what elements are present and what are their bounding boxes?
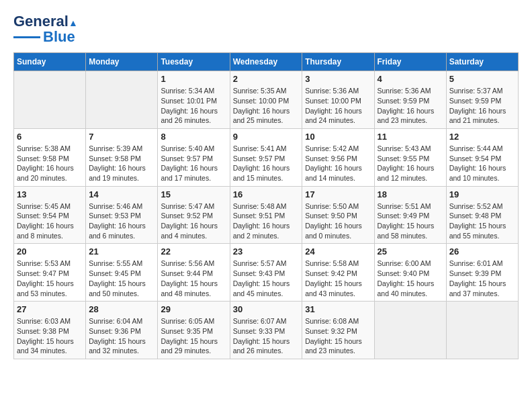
day-number: 26 xyxy=(449,246,515,257)
day-number: 21 xyxy=(89,246,154,257)
header-day-monday: Monday xyxy=(86,53,158,71)
day-cell: 5Sunrise: 5:37 AM Sunset: 9:59 PM Daylig… xyxy=(446,71,518,129)
header-day-sunday: Sunday xyxy=(14,53,86,71)
day-cell: 7Sunrise: 5:39 AM Sunset: 9:58 PM Daylig… xyxy=(86,128,158,186)
day-number: 3 xyxy=(305,74,371,84)
header-day-thursday: Thursday xyxy=(302,53,374,71)
day-number: 4 xyxy=(378,74,443,84)
day-number: 13 xyxy=(17,189,83,199)
logo-blue: Blue xyxy=(43,28,75,46)
day-cell: 17Sunrise: 5:50 AM Sunset: 9:50 PM Dayli… xyxy=(302,186,374,244)
day-number: 23 xyxy=(233,246,300,257)
day-info: Sunrise: 5:50 AM Sunset: 9:50 PM Dayligh… xyxy=(305,201,371,241)
day-number: 5 xyxy=(449,74,515,84)
day-info: Sunrise: 5:37 AM Sunset: 9:59 PM Dayligh… xyxy=(449,86,515,126)
day-number: 14 xyxy=(89,189,154,199)
day-number: 12 xyxy=(449,132,515,142)
day-number: 22 xyxy=(161,246,226,257)
day-cell: 13Sunrise: 5:45 AM Sunset: 9:54 PM Dayli… xyxy=(14,186,86,244)
day-info: Sunrise: 6:07 AM Sunset: 9:33 PM Dayligh… xyxy=(233,316,300,356)
day-cell: 6Sunrise: 5:38 AM Sunset: 9:58 PM Daylig… xyxy=(14,128,86,186)
day-number: 1 xyxy=(161,74,226,84)
day-info: Sunrise: 5:46 AM Sunset: 9:53 PM Dayligh… xyxy=(89,201,154,241)
day-info: Sunrise: 5:58 AM Sunset: 9:42 PM Dayligh… xyxy=(305,259,371,298)
day-cell: 26Sunrise: 6:01 AM Sunset: 9:39 PM Dayli… xyxy=(446,244,518,302)
day-info: Sunrise: 5:55 AM Sunset: 9:45 PM Dayligh… xyxy=(89,259,154,298)
day-number: 27 xyxy=(17,304,83,314)
day-number: 2 xyxy=(233,74,300,84)
day-info: Sunrise: 5:36 AM Sunset: 10:00 PM Daylig… xyxy=(305,86,371,126)
day-number: 20 xyxy=(17,246,83,257)
day-cell: 23Sunrise: 5:57 AM Sunset: 9:43 PM Dayli… xyxy=(230,244,302,302)
day-cell: 24Sunrise: 5:58 AM Sunset: 9:42 PM Dayli… xyxy=(302,244,374,302)
day-info: Sunrise: 5:43 AM Sunset: 9:55 PM Dayligh… xyxy=(378,144,443,183)
day-cell: 18Sunrise: 5:51 AM Sunset: 9:49 PM Dayli… xyxy=(374,186,446,244)
day-info: Sunrise: 6:05 AM Sunset: 9:35 PM Dayligh… xyxy=(161,316,226,356)
logo-text: General▲ xyxy=(13,13,78,30)
day-info: Sunrise: 5:40 AM Sunset: 9:57 PM Dayligh… xyxy=(161,144,226,183)
day-cell xyxy=(14,71,86,129)
week-row-4: 20Sunrise: 5:53 AM Sunset: 9:47 PM Dayli… xyxy=(14,244,519,302)
day-number: 6 xyxy=(17,132,83,142)
day-cell: 27Sunrise: 6:03 AM Sunset: 9:38 PM Dayli… xyxy=(14,302,86,359)
day-info: Sunrise: 5:51 AM Sunset: 9:49 PM Dayligh… xyxy=(378,201,443,241)
day-cell: 28Sunrise: 6:04 AM Sunset: 9:36 PM Dayli… xyxy=(86,302,158,359)
day-info: Sunrise: 5:36 AM Sunset: 9:59 PM Dayligh… xyxy=(378,86,443,126)
day-number: 31 xyxy=(305,304,371,314)
day-cell: 20Sunrise: 5:53 AM Sunset: 9:47 PM Dayli… xyxy=(14,244,86,302)
day-info: Sunrise: 6:04 AM Sunset: 9:36 PM Dayligh… xyxy=(89,316,154,356)
week-row-5: 27Sunrise: 6:03 AM Sunset: 9:38 PM Dayli… xyxy=(14,302,519,359)
day-info: Sunrise: 5:52 AM Sunset: 9:48 PM Dayligh… xyxy=(449,201,515,241)
day-number: 11 xyxy=(378,132,443,142)
day-info: Sunrise: 6:01 AM Sunset: 9:39 PM Dayligh… xyxy=(449,259,515,298)
day-cell: 30Sunrise: 6:07 AM Sunset: 9:33 PM Dayli… xyxy=(230,302,302,359)
day-number: 29 xyxy=(161,304,226,314)
day-cell: 19Sunrise: 5:52 AM Sunset: 9:48 PM Dayli… xyxy=(446,186,518,244)
day-number: 15 xyxy=(161,189,226,199)
day-info: Sunrise: 5:39 AM Sunset: 9:58 PM Dayligh… xyxy=(89,144,154,183)
day-number: 30 xyxy=(233,304,300,314)
day-number: 18 xyxy=(378,189,443,199)
day-info: Sunrise: 5:34 AM Sunset: 10:01 PM Daylig… xyxy=(161,86,226,126)
day-info: Sunrise: 6:00 AM Sunset: 9:40 PM Dayligh… xyxy=(378,259,443,298)
day-cell: 21Sunrise: 5:55 AM Sunset: 9:45 PM Dayli… xyxy=(86,244,158,302)
day-cell xyxy=(446,302,518,359)
day-number: 28 xyxy=(89,304,154,314)
header-row: SundayMondayTuesdayWednesdayThursdayFrid… xyxy=(14,53,519,71)
header-day-tuesday: Tuesday xyxy=(158,53,230,71)
header-day-wednesday: Wednesday xyxy=(230,53,302,71)
day-cell: 16Sunrise: 5:48 AM Sunset: 9:51 PM Dayli… xyxy=(230,186,302,244)
day-info: Sunrise: 5:38 AM Sunset: 9:58 PM Dayligh… xyxy=(17,144,83,183)
day-cell: 8Sunrise: 5:40 AM Sunset: 9:57 PM Daylig… xyxy=(158,128,230,186)
day-number: 19 xyxy=(449,189,515,199)
day-cell: 1Sunrise: 5:34 AM Sunset: 10:01 PM Dayli… xyxy=(158,71,230,129)
day-cell: 15Sunrise: 5:47 AM Sunset: 9:52 PM Dayli… xyxy=(158,186,230,244)
week-row-1: 1Sunrise: 5:34 AM Sunset: 10:01 PM Dayli… xyxy=(14,71,519,129)
day-info: Sunrise: 5:42 AM Sunset: 9:56 PM Dayligh… xyxy=(305,144,371,183)
day-number: 16 xyxy=(233,189,300,199)
day-info: Sunrise: 6:08 AM Sunset: 9:32 PM Dayligh… xyxy=(305,316,371,356)
day-info: Sunrise: 5:41 AM Sunset: 9:57 PM Dayligh… xyxy=(233,144,300,183)
calendar-body: 1Sunrise: 5:34 AM Sunset: 10:01 PM Dayli… xyxy=(14,71,519,359)
day-cell: 25Sunrise: 6:00 AM Sunset: 9:40 PM Dayli… xyxy=(374,244,446,302)
day-info: Sunrise: 5:48 AM Sunset: 9:51 PM Dayligh… xyxy=(233,201,300,241)
calendar-header: SundayMondayTuesdayWednesdayThursdayFrid… xyxy=(14,53,519,71)
logo: General▲ Blue xyxy=(13,13,78,46)
header-day-friday: Friday xyxy=(374,53,446,71)
day-number: 9 xyxy=(233,132,300,142)
day-number: 25 xyxy=(378,246,443,257)
calendar-table: SundayMondayTuesdayWednesdayThursdayFrid… xyxy=(13,52,519,359)
day-cell: 3Sunrise: 5:36 AM Sunset: 10:00 PM Dayli… xyxy=(302,71,374,129)
day-info: Sunrise: 5:35 AM Sunset: 10:00 PM Daylig… xyxy=(233,86,300,126)
week-row-2: 6Sunrise: 5:38 AM Sunset: 9:58 PM Daylig… xyxy=(14,128,519,186)
day-cell xyxy=(86,71,158,129)
day-cell: 9Sunrise: 5:41 AM Sunset: 9:57 PM Daylig… xyxy=(230,128,302,186)
day-cell: 12Sunrise: 5:44 AM Sunset: 9:54 PM Dayli… xyxy=(446,128,518,186)
day-number: 8 xyxy=(161,132,226,142)
header: General▲ Blue xyxy=(13,13,519,46)
day-number: 10 xyxy=(305,132,371,142)
header-day-saturday: Saturday xyxy=(446,53,518,71)
day-info: Sunrise: 5:57 AM Sunset: 9:43 PM Dayligh… xyxy=(233,259,300,298)
day-cell: 10Sunrise: 5:42 AM Sunset: 9:56 PM Dayli… xyxy=(302,128,374,186)
day-number: 24 xyxy=(305,246,371,257)
